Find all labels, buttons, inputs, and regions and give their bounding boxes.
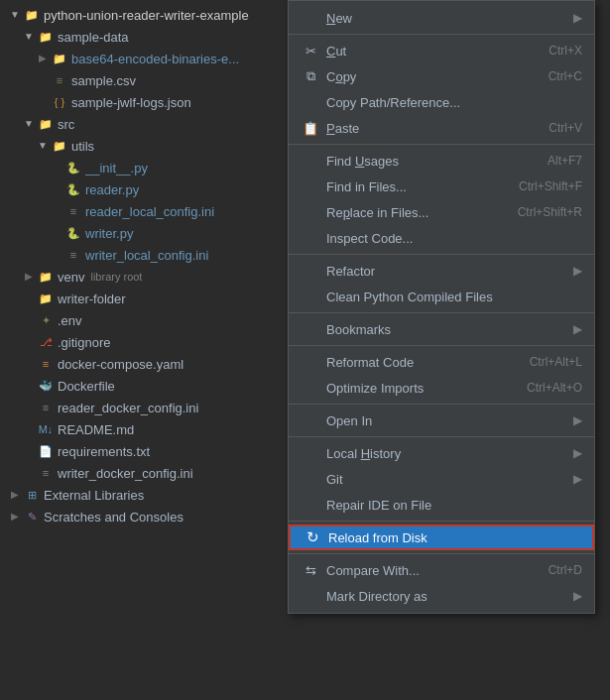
separator-7: [289, 436, 594, 437]
menu-item-compare-with[interactable]: ⇆ Compare With... Ctrl+D: [289, 557, 594, 583]
tree-item-scratches[interactable]: ▶ ✎ Scratches and Consoles: [0, 506, 268, 527]
python-icon-writer: 🐍: [65, 225, 81, 241]
paste-icon: 📋: [301, 118, 320, 138]
tree-item-writer-config[interactable]: ▶ ≡ writer_local_config.ini: [0, 244, 268, 266]
inspect-icon: [301, 228, 320, 248]
tree-item-sample-json[interactable]: ▶ { } sample-jwlf-logs.json: [0, 91, 268, 113]
git-menu-icon: [301, 469, 320, 489]
label-git: Git: [326, 472, 565, 487]
menu-item-clean-python[interactable]: Clean Python Compiled Files: [289, 284, 594, 309]
menu-item-bookmarks[interactable]: Bookmarks ▶: [289, 316, 594, 342]
python-icon-reader: 🐍: [65, 181, 81, 197]
shortcut-paste: Ctrl+V: [549, 121, 582, 135]
label-writer-folder: writer-folder: [58, 292, 126, 306]
label-local-history: Local History: [326, 446, 565, 461]
tree-item-init[interactable]: ▶ 🐍 __init__.py: [0, 157, 268, 178]
label-copy-path: Copy Path/Reference...: [326, 95, 582, 110]
python-icon-init: 🐍: [65, 160, 81, 175]
tree-item-gitignore[interactable]: ▶ ⎇ .gitignore: [0, 331, 268, 353]
menu-item-find-usages[interactable]: Find Usages Alt+F7: [289, 148, 594, 174]
label-reader-config: reader_local_config.ini: [85, 204, 214, 219]
tree-item-requirements[interactable]: ▶ 📄 requirements.txt: [0, 440, 268, 462]
menu-item-mark-dir[interactable]: Mark Directory as ▶: [289, 583, 594, 609]
find-in-files-icon: [301, 176, 320, 196]
arrow-src: ▼: [22, 117, 36, 131]
shortcut-find-usages: Alt+F7: [548, 154, 582, 168]
arrow-local-history: ▶: [573, 446, 582, 460]
tree-item-reader-config[interactable]: ▶ ≡ reader_local_config.ini: [0, 200, 268, 222]
menu-item-copy[interactable]: ⧉ Copy Ctrl+C: [289, 63, 594, 89]
label-replace-in-files: Replace in Files...: [326, 205, 498, 220]
tree-item-reader-docker[interactable]: ▶ ≡ reader_docker_config.ini: [0, 397, 268, 418]
arrow-ext-libs: ▶: [8, 488, 22, 502]
tree-item-sample-data[interactable]: ▼ 📁 sample-data: [0, 26, 268, 48]
shortcut-compare: Ctrl+D: [549, 563, 582, 577]
tree-item-env[interactable]: ▶ ✦ .env: [0, 309, 268, 331]
json-icon: { }: [52, 94, 67, 110]
menu-item-git[interactable]: Git ▶: [289, 466, 594, 492]
open-in-icon: [301, 410, 320, 430]
label-new: New: [326, 11, 565, 26]
find-usages-icon: [301, 151, 320, 171]
tree-item-root[interactable]: ▼ 📁 python-union-reader-writer-example: [0, 4, 268, 26]
ini-icon-reader: ≡: [65, 203, 81, 219]
menu-item-copy-path[interactable]: Copy Path/Reference...: [289, 89, 594, 115]
repair-icon: [301, 495, 320, 515]
arrow-venv: ▶: [22, 270, 36, 284]
label-repair-ide: Repair IDE on File: [326, 498, 582, 513]
menu-item-open-in[interactable]: Open In ▶: [289, 408, 594, 433]
tree-item-writer-docker[interactable]: ▶ ≡ writer_docker_config.ini: [0, 462, 268, 484]
label-find-usages: Find Usages: [326, 154, 528, 169]
menu-item-local-history[interactable]: Local History ▶: [289, 440, 594, 466]
menu-item-repair-ide[interactable]: Repair IDE on File: [289, 492, 594, 518]
tree-item-writer-folder[interactable]: ▶ 📁 writer-folder: [0, 288, 268, 309]
tree-item-sample-csv[interactable]: ▶ ≡ sample.csv: [0, 69, 268, 91]
separator-1: [289, 34, 594, 35]
folder-icon-sample-data: 📁: [38, 29, 54, 45]
tree-item-ext-libs[interactable]: ▶ ⊞ External Libraries: [0, 484, 268, 506]
copy-path-icon: [301, 92, 320, 112]
menu-item-paste[interactable]: 📋 Paste Ctrl+V: [289, 115, 594, 141]
folder-icon-base64: 📁: [52, 51, 67, 66]
menu-item-optimize-imports[interactable]: Optimize Imports Ctrl+Alt+O: [289, 375, 594, 401]
label-reader-docker: reader_docker_config.ini: [58, 401, 198, 415]
label-utils: utils: [71, 139, 94, 154]
tree-item-reader[interactable]: ▶ 🐍 reader.py: [0, 178, 268, 200]
menu-item-reformat[interactable]: Reformat Code Ctrl+Alt+L: [289, 349, 594, 375]
tree-item-readme[interactable]: ▶ M↓ README.md: [0, 418, 268, 440]
label-paste: Paste: [326, 121, 529, 136]
folder-icon-root: 📁: [24, 7, 40, 23]
arrow-refactor: ▶: [573, 264, 582, 278]
refactor-icon: [301, 261, 320, 281]
tree-item-dockerfile[interactable]: ▶ 🐳 Dockerfile: [0, 375, 268, 397]
label-sample-json: sample-jwlf-logs.json: [71, 95, 191, 110]
file-tree: ▼ 📁 python-union-reader-writer-example ▼…: [0, 0, 268, 700]
compare-icon: ⇆: [301, 560, 320, 580]
menu-item-inspect-code[interactable]: Inspect Code...: [289, 225, 594, 251]
tree-item-src[interactable]: ▼ 📁 src: [0, 113, 268, 135]
tree-item-writer[interactable]: ▶ 🐍 writer.py: [0, 222, 268, 244]
arrow-utils: ▼: [36, 139, 50, 153]
label-reformat: Reformat Code: [326, 355, 510, 370]
label-refactor: Refactor: [326, 264, 565, 279]
menu-item-cut[interactable]: ✂ Cut Ctrl+X: [289, 38, 594, 63]
shortcut-find-in-files: Ctrl+Shift+F: [519, 179, 582, 193]
menu-item-new[interactable]: New ▶: [289, 5, 594, 31]
git-icon: ⎇: [38, 334, 54, 350]
tree-item-docker-compose[interactable]: ▶ ≡ docker-compose.yaml: [0, 353, 268, 375]
tree-item-utils[interactable]: ▼ 📁 utils: [0, 135, 268, 157]
arrow-scratches: ▶: [8, 510, 22, 524]
menu-item-replace-in-files[interactable]: Replace in Files... Ctrl+Shift+R: [289, 199, 594, 225]
menu-item-refactor[interactable]: Refactor ▶: [289, 258, 594, 284]
menu-item-reload-disk[interactable]: ↻ Reload from Disk: [289, 525, 594, 550]
tree-item-base64[interactable]: ▶ 📁 base64-encoded-binaries-e...: [0, 48, 268, 69]
label-copy: Copy: [326, 69, 529, 84]
label-optimize-imports: Optimize Imports: [326, 381, 507, 396]
label-base64: base64-encoded-binaries-e...: [71, 52, 239, 66]
txt-icon: 📄: [38, 443, 54, 459]
tree-item-venv[interactable]: ▶ 📁 venv library root: [0, 266, 268, 288]
scratch-icon: ✎: [24, 509, 40, 525]
label-ext-libs: External Libraries: [44, 488, 144, 503]
menu-item-find-in-files[interactable]: Find in Files... Ctrl+Shift+F: [289, 174, 594, 199]
label-src: src: [58, 117, 74, 132]
